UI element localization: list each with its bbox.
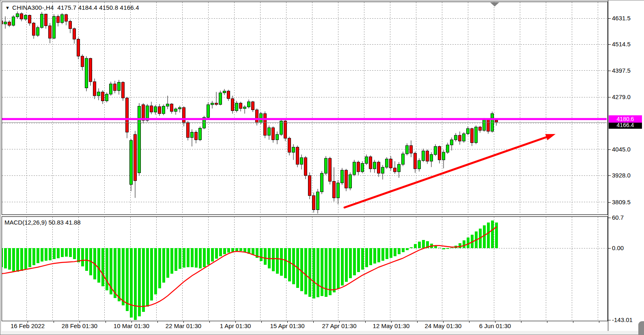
level-price-flag: 4180.6 — [609, 115, 642, 123]
chart-title: ▼CHINA300-,H4 4175.7 4184.4 4150.8 4166.… — [5, 4, 139, 11]
time-axis-label: 15 Apr 01:30 — [270, 322, 304, 329]
axis-tick — [608, 18, 611, 19]
time-tick — [157, 321, 158, 323]
axis-tick — [608, 149, 611, 150]
scrollbar-grip[interactable] — [638, 321, 644, 335]
price-axis-label: 4279.0 — [612, 93, 631, 101]
axis-tick — [608, 44, 611, 45]
time-axis-label: 12 May 01:30 — [373, 322, 410, 329]
time-tick — [209, 321, 210, 323]
axis-tick — [608, 71, 611, 71]
time-axis-label: 16 Feb 2022 — [11, 322, 45, 329]
price-axis-label: 3809.5 — [612, 199, 631, 206]
price-axis-label: -143.01 — [612, 316, 633, 324]
time-axis-label: 6 Jun 01:30 — [479, 322, 511, 329]
macd-values: 50.83 41.88 — [48, 219, 80, 226]
time-axis-label: 28 Feb 01:30 — [62, 322, 97, 329]
candlestick-chart — [2, 2, 607, 214]
time-axis-label: 10 Mar 01:30 — [114, 322, 149, 329]
time-tick — [313, 321, 314, 323]
axis-tick — [608, 202, 611, 203]
price-axis-label: 0.00 — [612, 244, 624, 252]
axis-tick — [608, 97, 611, 97]
price-scale[interactable]: 4180.6 4166.4 4631.54514.54397.54279.040… — [608, 0, 644, 331]
price-axis-label: 4045.0 — [612, 146, 631, 153]
time-axis-label: 24 May 01:30 — [425, 322, 462, 329]
price-axis-label: 4397.5 — [612, 67, 631, 74]
candles — [2, 11, 498, 214]
price-axis-label: 60.7 — [612, 214, 624, 221]
chart-shift-marker-icon[interactable] — [490, 2, 499, 6]
axis-tick — [608, 248, 611, 249]
macd-histogram — [2, 220, 498, 320]
time-axis-label: 1 Apr 01:30 — [220, 322, 251, 329]
axis-tick — [608, 218, 611, 218]
time-tick — [365, 321, 366, 323]
axis-tick — [608, 175, 611, 176]
price-chart-panel[interactable]: ▼CHINA300-,H4 4175.7 4184.4 4150.8 4166.… — [2, 2, 608, 215]
time-tick — [106, 321, 106, 323]
time-tick — [599, 321, 599, 323]
ohlc-readout: 4175.7 4184.4 4150.8 4166.4 — [57, 4, 139, 11]
time-tick — [261, 321, 262, 323]
time-tick — [469, 321, 470, 323]
price-axis-label: 4514.5 — [612, 41, 631, 48]
macd-indicator-panel[interactable]: MACD(12,26,9) 50.83 41.88 — [2, 216, 608, 321]
time-axis-label: 27 Apr 01:30 — [322, 322, 356, 329]
macd-chart — [2, 217, 607, 320]
time-axis-label: 22 Mar 01:30 — [166, 322, 201, 329]
time-tick — [521, 321, 521, 323]
chart-window: ▼CHINA300-,H4 4175.7 4184.4 4150.8 4166.… — [0, 0, 644, 335]
price-axis-label: 3928.0 — [612, 172, 631, 179]
symbol-period-label: CHINA300-,H4 — [12, 4, 54, 11]
time-tick — [573, 321, 573, 323]
time-tick — [54, 321, 54, 323]
macd-signal-line — [2, 227, 496, 306]
axis-tick — [608, 320, 611, 320]
price-axis-label: 4631.5 — [612, 15, 631, 22]
grid — [2, 2, 607, 214]
horizontal-level-line[interactable] — [2, 118, 607, 120]
symbol-dropdown-icon[interactable]: ▼ — [5, 5, 10, 10]
time-scale[interactable]: 16 Feb 202228 Feb 01:3010 Mar 01:3022 Ma… — [2, 321, 608, 331]
time-tick — [547, 321, 547, 323]
macd-indicator-label: MACD(12,26,9) 50.83 41.88 — [4, 219, 81, 226]
price-scale-separator — [608, 0, 608, 331]
time-tick — [417, 321, 418, 323]
